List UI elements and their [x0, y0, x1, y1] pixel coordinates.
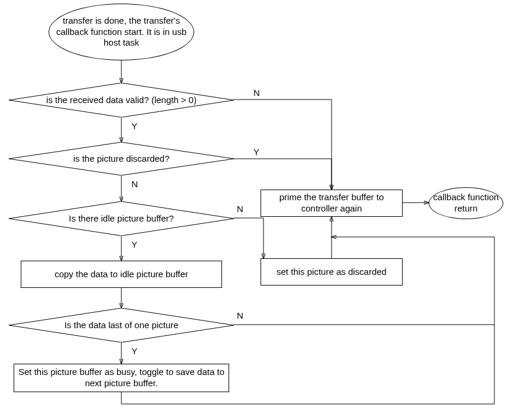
decision-picture-discarded-text: is the picture discarded?	[59, 153, 184, 165]
process-copy-data: copy the data to idle picture buffer	[21, 261, 222, 288]
process-set-discarded-text: set this picture as discarded	[276, 267, 387, 278]
decision-picture-discarded: is the picture discarded?	[9, 142, 234, 175]
label-d1-yes: Y	[131, 121, 137, 131]
process-set-busy-text: Set this picture buffer as busy, toggle …	[18, 367, 225, 389]
process-prime-buffer-text: prime the transfer buffer to controller …	[265, 192, 398, 214]
terminator-end: callback function return	[429, 187, 503, 219]
label-d3-no: N	[237, 204, 243, 214]
label-d2-no: N	[131, 179, 138, 189]
label-d2-yes: Y	[253, 147, 259, 157]
process-set-busy: Set this picture buffer as busy, toggle …	[14, 364, 229, 392]
label-d4-yes: Y	[131, 346, 137, 356]
terminator-end-text: callback function return	[433, 192, 499, 214]
label-d1-no: N	[253, 88, 260, 98]
process-set-discarded: set this picture as discarded	[261, 258, 403, 286]
terminator-start-text: transfer is done, the transfer's callbac…	[53, 15, 190, 49]
process-prime-buffer: prime the transfer buffer to controller …	[261, 190, 403, 217]
decision-idle-buffer-text: Is there idle picture buffer?	[54, 213, 188, 225]
label-d4-no: N	[237, 310, 243, 320]
decision-last-data-text: Is the data last of one picture	[50, 320, 193, 331]
decision-data-valid: is the received data valid? (length > 0)	[9, 83, 234, 117]
terminator-start: transfer is done, the transfer's callbac…	[49, 4, 194, 60]
decision-data-valid-text: is the received data valid? (length > 0)	[32, 95, 211, 106]
label-d3-yes: Y	[131, 239, 137, 249]
process-copy-data-text: copy the data to idle picture buffer	[54, 269, 188, 280]
decision-last-data: Is the data last of one picture	[9, 308, 234, 342]
decision-idle-buffer: Is there idle picture buffer?	[9, 201, 234, 236]
